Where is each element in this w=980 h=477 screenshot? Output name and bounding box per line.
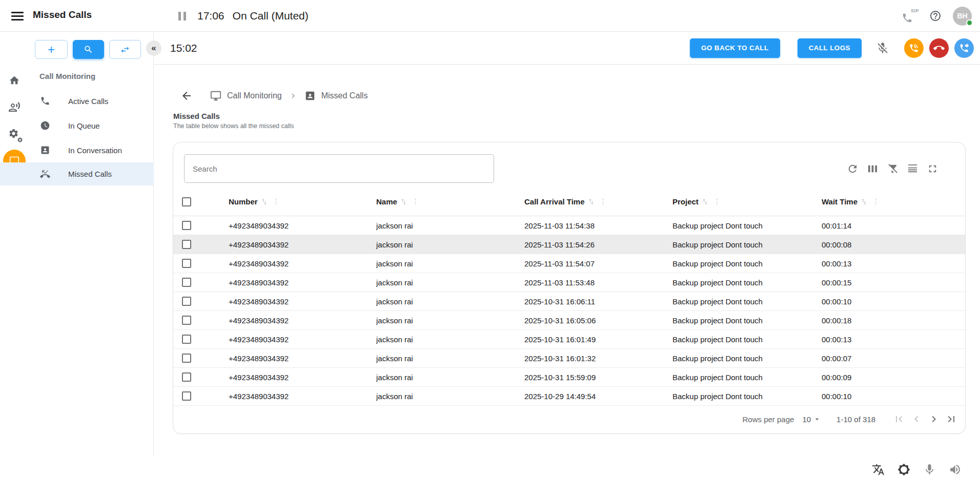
home-icon[interactable]	[9, 75, 20, 86]
help-icon[interactable]	[929, 10, 942, 22]
table-row[interactable]: +4923489034392 jackson rai 2025-11-03 11…	[173, 216, 965, 235]
sort-icon[interactable]	[400, 198, 407, 205]
search-button[interactable]	[73, 40, 104, 59]
translate-icon[interactable]	[872, 463, 885, 476]
sidebar-item-label: Active Calls	[68, 97, 108, 106]
resume-call-button[interactable]	[904, 38, 924, 58]
add-button[interactable]: +	[35, 40, 68, 59]
rows-per-page-select[interactable]: 10	[802, 415, 821, 424]
column-header-call-arrival-time[interactable]: Call Arrival Time	[524, 197, 672, 206]
end-call-button[interactable]	[929, 38, 949, 58]
kebab-icon[interactable]	[412, 198, 419, 205]
call-logs-button[interactable]: CALL LOGS	[798, 38, 862, 58]
sidebar-item-in-conversation[interactable]: In Conversation	[0, 138, 154, 162]
breadcrumb-missed-calls[interactable]: Missed Calls	[304, 90, 368, 101]
table-row[interactable]: +4923489034392 jackson rai 2025-11-03 11…	[173, 254, 965, 273]
column-header-number[interactable]: Number	[229, 197, 376, 206]
sidebar-item-label: Missed Calls	[68, 170, 112, 178]
sidebar-collapse-button[interactable]: «	[146, 40, 161, 56]
table-row[interactable]: +4923489034392 jackson rai 2025-10-31 16…	[173, 349, 965, 368]
row-checkbox[interactable]	[182, 221, 191, 230]
row-checkbox[interactable]	[182, 278, 191, 287]
transfer-call-button[interactable]	[954, 38, 974, 58]
row-checkbox[interactable]	[182, 297, 191, 306]
kebab-icon[interactable]	[272, 198, 280, 205]
table-body: +4923489034392 jackson rai 2025-11-03 11…	[173, 216, 965, 406]
breadcrumb-label: Call Monitoring	[227, 91, 282, 100]
row-checkbox[interactable]	[182, 240, 191, 249]
table-row[interactable]: +4923489034392 jackson rai 2025-10-31 16…	[173, 292, 965, 311]
app-title: Missed Calls	[33, 9, 92, 20]
call-control-bar: 15:02 GO BACK TO CALL CALL LOGS	[154, 32, 980, 65]
caret-down-icon	[813, 415, 821, 423]
volume-icon[interactable]	[949, 463, 962, 476]
sort-icon[interactable]	[587, 198, 595, 205]
columns-icon[interactable]	[867, 163, 879, 175]
row-checkbox[interactable]	[182, 372, 191, 382]
density-icon[interactable]	[907, 163, 918, 175]
missed-calls-card: Number Name Call Arrival Time Project	[173, 142, 966, 434]
call-status-time: 17:06	[197, 10, 224, 22]
table-row[interactable]: +4923489034392 jackson rai 2025-10-31 16…	[173, 330, 965, 349]
fullscreen-icon[interactable]	[927, 163, 938, 175]
brightness-icon[interactable]	[897, 463, 910, 476]
last-page-icon[interactable]	[945, 413, 957, 425]
call-timer: 15:02	[170, 42, 197, 54]
sort-icon[interactable]	[860, 198, 868, 205]
sort-icon[interactable]	[701, 198, 709, 205]
column-header-wait-time[interactable]: Wait Time	[822, 197, 965, 206]
call-status-label: On Call (Muted)	[233, 10, 309, 22]
column-header-project[interactable]: Project	[672, 197, 822, 206]
refresh-icon[interactable]	[847, 163, 859, 175]
breadcrumb-label: Missed Calls	[321, 91, 368, 100]
table-row-highlighted[interactable]: +4923489034392 jackson rai 2025-11-03 11…	[173, 235, 965, 254]
go-back-to-call-button[interactable]: GO BACK TO CALL	[690, 38, 780, 58]
row-checkbox[interactable]	[182, 354, 191, 363]
table-row[interactable]: +4923489034392 jackson rai 2025-10-29 14…	[173, 387, 965, 406]
utility-dock	[872, 463, 962, 476]
phone-icon	[40, 96, 50, 106]
table-row[interactable]: +4923489034392 jackson rai 2025-11-03 11…	[173, 273, 965, 292]
back-arrow-icon[interactable]	[180, 90, 193, 102]
next-page-icon[interactable]	[928, 413, 940, 425]
row-checkbox[interactable]	[182, 391, 191, 401]
sidebar-item-missed-calls[interactable]: Missed Calls	[0, 162, 154, 185]
contact-card-icon	[40, 145, 50, 155]
sidebar-item-in-queue[interactable]: In Queue	[0, 113, 154, 138]
filter-off-icon[interactable]	[887, 163, 899, 175]
kebab-icon[interactable]	[872, 198, 880, 205]
page-heading: Missed Calls The table below shows all t…	[173, 112, 294, 130]
row-checkbox[interactable]	[182, 316, 191, 325]
breadcrumb-call-monitoring[interactable]: Call Monitoring	[210, 90, 282, 101]
hamburger-icon[interactable]	[11, 10, 24, 22]
sidebar-item-active-calls[interactable]: Active Calls	[0, 89, 154, 113]
kebab-icon[interactable]	[599, 198, 607, 205]
clock-icon	[40, 120, 50, 131]
mic-icon[interactable]	[923, 463, 936, 476]
sort-icon[interactable]	[260, 198, 268, 205]
select-all-checkbox[interactable]	[182, 197, 191, 206]
online-status-dot	[966, 19, 973, 26]
column-header-name[interactable]: Name	[376, 197, 524, 206]
sidebar-quick-actions: +	[35, 40, 141, 59]
search-input[interactable]	[184, 154, 494, 183]
pause-icon[interactable]	[178, 12, 186, 20]
table-row[interactable]: +4923489034392 jackson rai 2025-10-31 16…	[173, 311, 965, 330]
topbar-actions: SIP BH	[902, 0, 972, 32]
row-checkbox[interactable]	[182, 335, 191, 344]
sidebar: + Call Monitoring Active Calls In Queue …	[0, 32, 154, 457]
sip-phone-icon[interactable]: SIP	[902, 8, 918, 24]
first-page-icon[interactable]	[893, 413, 905, 425]
avatar[interactable]: BH	[953, 7, 972, 26]
table-toolbar	[184, 154, 938, 183]
prev-page-icon[interactable]	[910, 413, 923, 425]
kebab-icon[interactable]	[713, 198, 721, 205]
mic-off-icon[interactable]	[876, 42, 889, 55]
row-checkbox[interactable]	[182, 259, 191, 268]
table-row[interactable]: +4923489034392 jackson rai 2025-10-31 15…	[173, 368, 965, 387]
missed-call-icon	[40, 169, 50, 179]
transfer-button[interactable]	[109, 40, 141, 59]
contact-card-icon	[304, 90, 316, 101]
phone-in-talk-icon	[909, 43, 919, 53]
chevron-right-icon	[289, 91, 298, 100]
